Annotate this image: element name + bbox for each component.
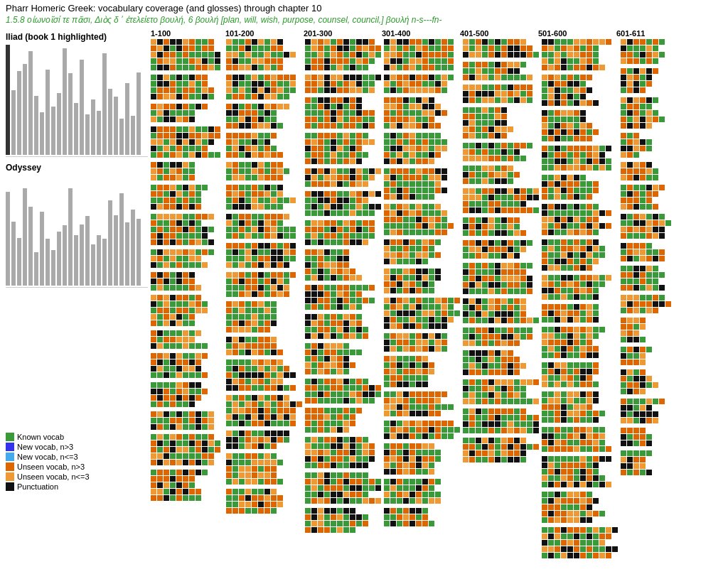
verse-block xyxy=(384,333,459,352)
verse-block xyxy=(621,39,670,65)
verse-block xyxy=(305,472,380,504)
verse-block xyxy=(542,204,616,236)
verse-block xyxy=(151,75,222,100)
verse-block xyxy=(151,382,222,408)
new-vocab-lte3-label: New vocab, n<=3 xyxy=(17,453,78,461)
verse-block xyxy=(226,431,301,450)
verse-block xyxy=(542,391,616,423)
verse-block xyxy=(542,527,616,559)
verse-block xyxy=(621,347,670,366)
verse-block xyxy=(621,162,670,181)
verse-block xyxy=(226,39,301,71)
verse-block xyxy=(305,437,380,469)
verse-block xyxy=(226,453,301,485)
legend-unseen-vocab-lte3: Unseen vocab, n<=3 xyxy=(6,472,148,481)
verse-block xyxy=(151,272,222,291)
column-header-501600: 501-600 xyxy=(538,29,616,38)
verse-block xyxy=(463,217,537,237)
verse-block xyxy=(151,104,222,123)
verse-block xyxy=(384,97,459,129)
verse-block xyxy=(621,318,670,343)
legend: Known vocab New vocab, n>3 New vocab, n<… xyxy=(6,430,148,491)
verse-block xyxy=(384,356,459,388)
verse-block xyxy=(463,107,537,139)
verse-block xyxy=(463,62,537,81)
odyssey-bar-chart xyxy=(6,174,148,288)
verse-block xyxy=(151,470,222,502)
verse-block xyxy=(542,304,616,323)
verse-block xyxy=(226,489,301,514)
verse-block xyxy=(151,434,222,466)
verse-block xyxy=(621,97,670,129)
verse-block xyxy=(226,272,301,298)
verse-block xyxy=(305,220,380,246)
verse-block xyxy=(384,75,459,94)
verse-block xyxy=(226,214,301,239)
new-vocab-lte3-color xyxy=(6,453,14,461)
column-headers: 1-100101-200201-300301-400401-500501-600… xyxy=(151,29,722,38)
verse-block xyxy=(305,39,380,71)
verse-block xyxy=(542,39,616,71)
verse-block xyxy=(151,39,222,71)
verse-block xyxy=(621,185,670,210)
verse-block xyxy=(463,39,537,58)
chapters-wrapper xyxy=(151,39,722,562)
verse-block xyxy=(621,369,670,395)
verse-block xyxy=(463,166,537,185)
verse-block xyxy=(463,438,537,463)
verse-block xyxy=(463,263,537,295)
verse-block xyxy=(621,243,670,262)
column-header-401500: 401-500 xyxy=(460,29,538,38)
verse-block xyxy=(621,68,670,94)
verse-block xyxy=(542,327,616,359)
verse-block xyxy=(226,337,301,356)
verse-block xyxy=(305,97,380,129)
verse-block xyxy=(305,168,380,188)
punctuation-label: Punctuation xyxy=(17,482,58,491)
verse-block xyxy=(542,275,616,301)
verse-block xyxy=(384,298,459,330)
iliad-label: Iliad (book 1 highlighted) xyxy=(6,32,148,42)
legend-new-vocab-lte3: New vocab, n<=3 xyxy=(6,453,148,461)
verse-block xyxy=(542,427,616,453)
legend-new-vocab-gt3: New vocab, n>3 xyxy=(6,443,148,451)
column-header-201300: 201-300 xyxy=(304,29,382,38)
verse-block xyxy=(542,456,616,488)
new-vocab-gt3-label: New vocab, n>3 xyxy=(17,443,73,451)
column-header-301400: 301-400 xyxy=(382,29,460,38)
verse-block xyxy=(305,249,380,281)
unseen-vocab-lte3-color xyxy=(6,472,14,481)
verse-block xyxy=(463,188,537,214)
verse-block xyxy=(542,75,616,107)
verse-block xyxy=(463,85,537,104)
verse-block xyxy=(463,408,537,434)
legend-known-vocab: Known vocab xyxy=(6,433,148,441)
verse-block xyxy=(151,126,222,158)
verse-block xyxy=(621,428,670,447)
unseen-vocab-gt3-color xyxy=(6,462,14,471)
verse-block xyxy=(151,330,222,350)
unseen-vocab-lte3-label: Unseen vocab, n<=3 xyxy=(17,472,90,481)
verse-block xyxy=(151,214,222,246)
verse-block xyxy=(384,39,459,71)
verse-block xyxy=(226,133,301,158)
verse-block xyxy=(305,314,380,340)
verse-block xyxy=(305,379,380,404)
verse-block xyxy=(305,75,380,94)
verse-block xyxy=(384,391,459,417)
page-title: Pharr Homeric Greek: vocabulary coverage… xyxy=(0,0,728,13)
verse-block xyxy=(384,168,459,200)
left-panel: Iliad (book 1 highlighted) Odyssey Known… xyxy=(6,29,148,562)
verse-block xyxy=(226,243,301,269)
verse-block xyxy=(621,399,670,424)
verse-block xyxy=(463,298,537,324)
iliad-bar-chart xyxy=(6,43,148,157)
verse-block xyxy=(542,175,616,200)
verse-block xyxy=(226,162,301,181)
verse-block xyxy=(226,75,301,100)
verse-block xyxy=(151,353,222,379)
verse-block xyxy=(305,343,380,375)
verse-block xyxy=(384,443,459,475)
verse-block xyxy=(621,450,670,476)
verse-block xyxy=(305,191,380,217)
